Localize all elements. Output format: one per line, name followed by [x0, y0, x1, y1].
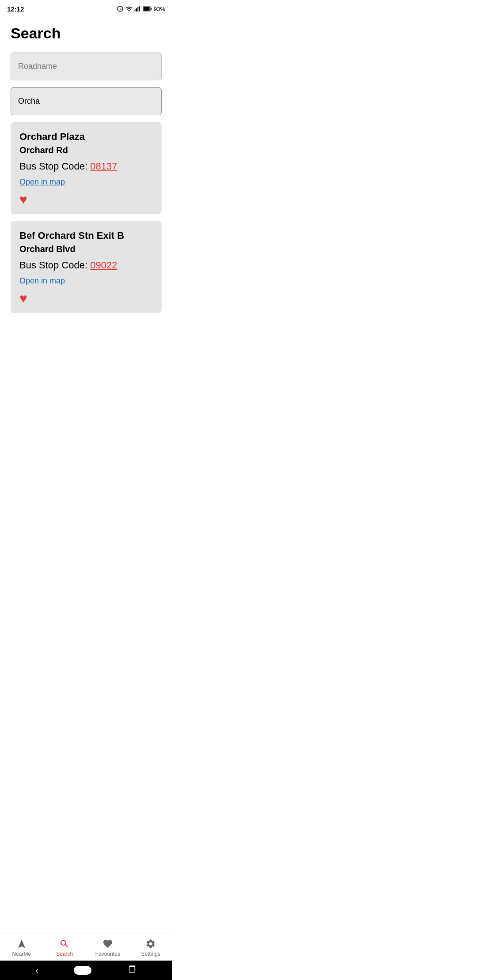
svg-rect-0	[135, 9, 136, 11]
card-2-bus-stop-code[interactable]: 09022	[90, 260, 117, 271]
result-card-2: Bef Orchard Stn Exit B Orchard Blvd Bus …	[11, 221, 162, 313]
main-content: Search Orchard Plaza Orchard Rd Bus Stop…	[0, 16, 172, 364]
page-title: Search	[11, 25, 162, 42]
card-1-bus-stop-code[interactable]: 08137	[90, 161, 117, 172]
card-1-name: Orchard Plaza	[19, 131, 153, 143]
battery-percent: 93%	[154, 6, 165, 12]
alarm-icon	[117, 5, 124, 12]
wifi-icon	[125, 5, 132, 12]
status-bar: 12:12 93%	[0, 0, 172, 16]
card-1-road: Orchard Rd	[19, 145, 153, 155]
card-2-name: Bef Orchard Stn Exit B	[19, 230, 153, 241]
card-1-bus-stop: Bus Stop Code: 08137	[19, 161, 153, 172]
battery-icon	[143, 5, 152, 12]
status-icons: 93%	[117, 5, 165, 12]
result-card-1: Orchard Plaza Orchard Rd Bus Stop Code: …	[11, 122, 162, 214]
signal-icon	[134, 5, 141, 12]
status-time: 12:12	[7, 5, 24, 13]
svg-rect-5	[151, 8, 151, 10]
card-2-bus-stop-label: Bus Stop Code:	[19, 260, 90, 271]
roadname-input[interactable]	[11, 53, 162, 80]
search-keyword-input[interactable]	[11, 87, 162, 115]
svg-rect-2	[137, 7, 138, 11]
card-2-road: Orchard Blvd	[19, 244, 153, 254]
card-1-bus-stop-label: Bus Stop Code:	[19, 161, 90, 172]
card-1-map-link[interactable]: Open in map	[19, 177, 153, 187]
card-2-favourite-button[interactable]: ♥	[19, 291, 27, 306]
card-2-map-link[interactable]: Open in map	[19, 276, 153, 286]
card-1-favourite-button[interactable]: ♥	[19, 192, 27, 207]
svg-rect-6	[144, 7, 150, 11]
svg-rect-1	[136, 8, 137, 11]
svg-rect-3	[139, 6, 140, 11]
card-2-bus-stop: Bus Stop Code: 09022	[19, 260, 153, 271]
